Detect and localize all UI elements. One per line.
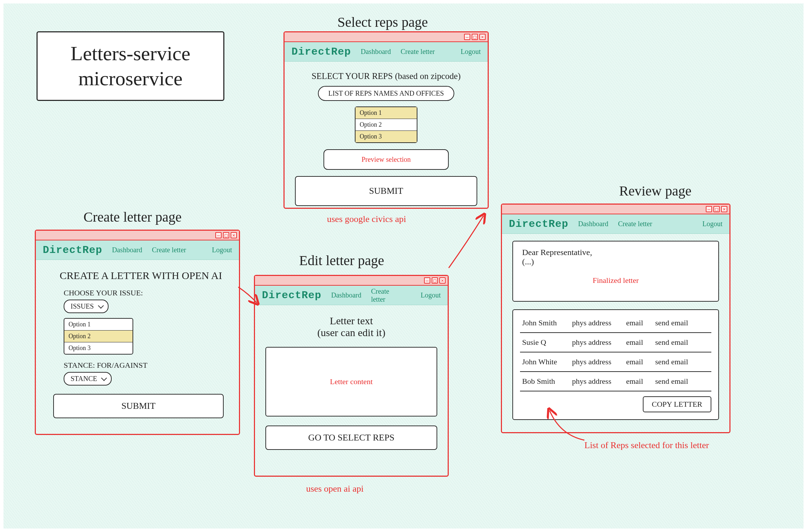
- nav-logout[interactable]: Logout: [212, 246, 232, 254]
- brand-logo[interactable]: DirectRep: [262, 289, 321, 301]
- reps-list-label: LIST OF REPS NAMES AND OFFICES: [318, 86, 455, 101]
- maximize-icon[interactable]: □: [432, 277, 438, 284]
- navbar: DirectRep Dashboard Create letter Logout: [502, 214, 729, 234]
- nav-dashboard[interactable]: Dashboard: [331, 291, 361, 299]
- nav-logout[interactable]: Logout: [461, 48, 481, 56]
- send-email-link[interactable]: send email: [655, 357, 709, 366]
- finalized-letter-box: Dear Representative, (...) Finalized let…: [512, 241, 719, 302]
- submit-create-button[interactable]: SUBMIT: [53, 394, 224, 418]
- send-email-link[interactable]: send email: [655, 318, 709, 327]
- edit-heading-2: (user can edit it): [317, 327, 385, 339]
- issue-option-1[interactable]: Option 1: [64, 319, 133, 331]
- stance-label: STANCE: FOR/AGAINST: [64, 361, 147, 370]
- copy-letter-button[interactable]: COPY LETTER: [643, 396, 711, 412]
- review-frame: — □ × DirectRep Dashboard Create letter …: [501, 204, 730, 433]
- minimize-icon[interactable]: —: [424, 277, 430, 284]
- arrow-create-to-edit: [237, 285, 261, 306]
- label-select-reps: Select reps page: [337, 14, 428, 30]
- letter-body: (...): [522, 257, 709, 267]
- rep-email: email: [626, 377, 655, 386]
- rep-email: email: [626, 338, 655, 347]
- annotation-reps-list: List of Reps selected for this letter: [584, 440, 709, 451]
- issue-option-3[interactable]: Option 3: [64, 342, 133, 354]
- brand-logo[interactable]: DirectRep: [43, 244, 102, 256]
- create-heading: CREATE A LETTER WITH OPEN AI: [60, 270, 222, 281]
- letter-content-placeholder: Letter content: [330, 377, 373, 386]
- nav-dashboard[interactable]: Dashboard: [361, 48, 391, 56]
- send-email-link[interactable]: send email: [655, 377, 709, 386]
- edit-heading-1: Letter text: [330, 315, 373, 327]
- table-row: Bob Smithphys addressemailsend email: [520, 372, 711, 391]
- maximize-icon[interactable]: □: [472, 34, 478, 40]
- rep-name: Bob Smith: [522, 377, 572, 386]
- navbar: DirectRep Dashboard Create letter Logout: [36, 240, 239, 260]
- reps-table: John Smithphys addressemailsend emailSus…: [512, 309, 719, 420]
- issues-dropdown[interactable]: ISSUES: [64, 300, 109, 313]
- choose-issue-label: CHOOSE YOUR ISSUE:: [64, 288, 143, 297]
- select-reps-frame: — □ × DirectRep Dashboard Create letter …: [283, 31, 489, 209]
- reps-options: Option 1 Option 2 Option 3: [355, 106, 417, 143]
- send-email-link[interactable]: send email: [655, 338, 709, 347]
- go-select-reps-button[interactable]: GO TO SELECT REPS: [265, 426, 437, 450]
- rep-address: phys address: [572, 338, 626, 347]
- reps-option-1[interactable]: Option 1: [355, 107, 417, 119]
- table-row: John Whitephys addressemailsend email: [520, 352, 711, 372]
- select-reps-heading: SELECT YOUR REPS (based on zipcode): [312, 71, 461, 81]
- issue-options: Option 1 Option 2 Option 3: [64, 318, 133, 355]
- rep-address: phys address: [572, 357, 626, 366]
- nav-logout[interactable]: Logout: [702, 220, 722, 228]
- brand-logo[interactable]: DirectRep: [509, 218, 568, 230]
- rep-name: John White: [522, 357, 572, 366]
- nav-create-letter[interactable]: Create letter: [371, 287, 401, 303]
- reps-option-3[interactable]: Option 3: [355, 131, 417, 142]
- navbar: DirectRep Dashboard Create letter Logout: [285, 42, 488, 62]
- nav-create-letter[interactable]: Create letter: [618, 220, 652, 228]
- rep-address: phys address: [572, 377, 626, 386]
- window-titlebar: — □ ×: [285, 32, 488, 42]
- rep-name: Susie Q: [522, 338, 572, 347]
- maximize-icon[interactable]: □: [713, 206, 720, 212]
- window-titlebar: — □ ×: [502, 205, 729, 214]
- close-icon[interactable]: ×: [479, 34, 486, 40]
- window-titlebar: — □ ×: [255, 276, 448, 286]
- window-titlebar: — □ ×: [36, 231, 239, 240]
- nav-dashboard[interactable]: Dashboard: [578, 220, 608, 228]
- issue-option-2[interactable]: Option 2: [64, 331, 133, 342]
- rep-address: phys address: [572, 318, 626, 327]
- close-icon[interactable]: ×: [439, 277, 446, 284]
- label-create-letter: Create letter page: [83, 209, 182, 225]
- minimize-icon[interactable]: —: [706, 206, 712, 212]
- nav-logout[interactable]: Logout: [421, 291, 441, 299]
- letter-content-area[interactable]: Letter content: [265, 347, 437, 416]
- edit-letter-frame: — □ × DirectRep Dashboard Create letter …: [254, 275, 449, 477]
- submit-reps-button[interactable]: SUBMIT: [295, 176, 477, 206]
- rep-name: John Smith: [522, 318, 572, 327]
- arrow-edit-to-select: [445, 212, 487, 271]
- letter-greeting: Dear Representative,: [522, 248, 709, 257]
- minimize-icon[interactable]: —: [215, 232, 222, 238]
- brand-logo[interactable]: DirectRep: [291, 46, 351, 58]
- diagram-title: Letters-service microservice: [37, 31, 224, 101]
- label-edit-letter: Edit letter page: [299, 252, 384, 269]
- diagram-title-l1: Letters-service: [71, 41, 191, 66]
- navbar: DirectRep Dashboard Create letter Logout: [255, 286, 448, 305]
- arrow-reps-annotation: [546, 407, 588, 442]
- minimize-icon[interactable]: —: [464, 34, 470, 40]
- reps-option-2[interactable]: Option 2: [355, 119, 417, 131]
- preview-selection-label: Preview selection: [361, 156, 411, 163]
- nav-create-letter[interactable]: Create letter: [152, 246, 186, 254]
- rep-email: email: [626, 318, 655, 327]
- finalized-letter-label: Finalized letter: [593, 276, 639, 285]
- diagram-title-l2: microservice: [78, 66, 183, 92]
- rep-email: email: [626, 357, 655, 366]
- nav-create-letter[interactable]: Create letter: [401, 48, 435, 56]
- close-icon[interactable]: ×: [231, 232, 237, 238]
- close-icon[interactable]: ×: [721, 206, 727, 212]
- annotation-openai: uses open ai api: [306, 484, 363, 494]
- maximize-icon[interactable]: □: [223, 232, 229, 238]
- nav-dashboard[interactable]: Dashboard: [112, 246, 142, 254]
- label-review: Review page: [619, 183, 692, 199]
- preview-selection-box: Preview selection: [323, 149, 449, 170]
- create-letter-frame: — □ × DirectRep Dashboard Create letter …: [35, 230, 240, 435]
- stance-dropdown[interactable]: STANCE: [64, 372, 112, 386]
